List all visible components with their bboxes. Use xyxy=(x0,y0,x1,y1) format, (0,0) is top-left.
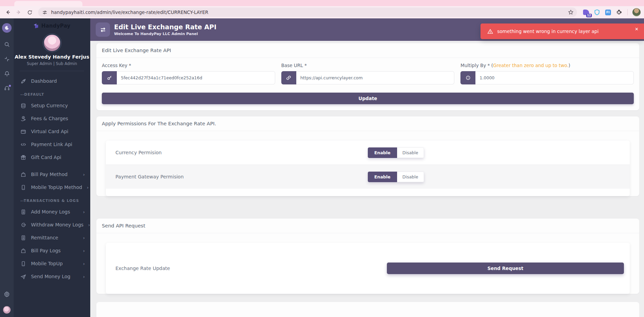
warning-triangle-icon xyxy=(487,29,493,34)
sidebar-item-label: Mobile TopUp Method xyxy=(31,185,82,190)
url-input[interactable] xyxy=(51,10,565,15)
sidebar-item-label: Bill Pay Method xyxy=(31,172,78,177)
reload-icon xyxy=(27,10,32,15)
payment-gateway-permission-toggle: Enable Disable xyxy=(368,172,424,182)
chevron-right-icon: › xyxy=(83,209,85,215)
enable-button[interactable]: Enable xyxy=(368,147,397,158)
update-button[interactable]: Update xyxy=(102,93,634,104)
sidebar-item-mobile-topup-method[interactable]: Mobile TopUp Method › xyxy=(14,181,90,194)
bookmark-star-icon[interactable] xyxy=(568,10,574,15)
user-avatar[interactable] xyxy=(43,34,61,52)
card-title: Edit Live Exchange Rate API xyxy=(96,43,639,58)
toast-close-icon[interactable]: ✕ xyxy=(635,27,639,32)
forward-arrow-icon xyxy=(16,10,21,15)
sidebar-item-fees-charges[interactable]: Fees & Charges xyxy=(14,112,90,125)
user-role: Super Admin | Sub Admin xyxy=(14,61,90,66)
permission-label: Currency Permision xyxy=(106,150,368,155)
rail-profile-avatar[interactable] xyxy=(3,306,11,314)
sidebar: HandyPay Alex Stevedy Handy Ferjus Super… xyxy=(14,18,90,317)
multiply-by-hint: Greater than zero and up to two. xyxy=(493,63,569,68)
sidebar-item-remittance[interactable]: Remittance › xyxy=(14,231,90,244)
permission-row-currency: Currency Permision Enable Disable xyxy=(106,141,630,164)
calculator-icon xyxy=(20,235,26,241)
divider xyxy=(96,131,639,131)
chevron-right-icon: › xyxy=(83,235,85,240)
tab-strip xyxy=(0,0,644,6)
toast-message: something went wrong in currency layer a… xyxy=(493,29,635,34)
permission-label: Payment Gateway Permision xyxy=(106,174,368,179)
base-url-group: Base URL * xyxy=(281,63,455,84)
send-request-inner-card: Exchange Rate Update Send Request xyxy=(106,243,630,294)
phone-icon xyxy=(20,185,26,190)
collapse-sidebar-icon[interactable] xyxy=(4,56,10,62)
send-request-row: Exchange Rate Update Send Request xyxy=(106,243,630,294)
search-icon[interactable] xyxy=(4,42,10,47)
sidebar-item-label: Remittance xyxy=(31,235,78,240)
sidebar-item-setup-currency[interactable]: Setup Currency xyxy=(14,99,90,112)
sidebar-item-add-money-logs[interactable]: Add Money Logs › xyxy=(14,205,90,218)
sidebar-item-label: Virtual Card Api xyxy=(31,129,85,134)
access-key-field[interactable] xyxy=(117,71,275,84)
sidebar-item-withdraw-money-logs[interactable]: Withdraw Money Logs › xyxy=(14,218,90,231)
sidebar-item-send-money-log[interactable]: Send Money Log › xyxy=(14,270,90,283)
sidebar-item-gift-card-api[interactable]: Gift Card Api xyxy=(14,151,90,164)
extensions-puzzle-icon[interactable] xyxy=(615,9,623,16)
sidebar-section-default: --DEFAULT xyxy=(14,88,90,99)
notifications-bell-icon[interactable] xyxy=(4,71,10,77)
site-settings-icon[interactable] xyxy=(41,9,48,16)
sidebar-item-virtual-card-api[interactable]: Virtual Card Api xyxy=(14,125,90,138)
reload-button[interactable] xyxy=(25,8,34,17)
logo[interactable]: HandyPay xyxy=(14,18,90,31)
disable-button[interactable]: Disable xyxy=(397,172,424,182)
toolbar-divider xyxy=(627,9,628,15)
support-headset-icon[interactable] xyxy=(4,85,10,91)
page-subtitle: Welcome To HandyPay LLC Admin Panel xyxy=(114,32,217,36)
extension-adblock-icon[interactable]: 12 xyxy=(582,9,590,16)
sidebar-section-transactions: --TRANSACTIONS & LOGS xyxy=(14,194,90,205)
settings-gear-icon[interactable] xyxy=(4,291,10,297)
shopping-bag-icon xyxy=(20,248,26,254)
extension-badge: 12 xyxy=(586,14,592,17)
icon-rail xyxy=(0,18,14,317)
divider xyxy=(96,233,639,233)
sidebar-item-mobile-topup[interactable]: Mobile TopUp › xyxy=(14,257,90,270)
dark-mode-toggle[interactable] xyxy=(2,23,12,33)
browser-chrome: 12 FI xyxy=(0,0,644,18)
multiply-by-group: Multiply By * (Greater than zero and up … xyxy=(460,63,634,84)
send-request-button[interactable]: Send Request xyxy=(387,263,624,274)
omnibox[interactable] xyxy=(38,7,577,17)
sidebar-item-bill-pay-logs[interactable]: Bill Pay Logs › xyxy=(14,244,90,257)
sidebar-nav: Dashboard --DEFAULT Setup Currency Fees … xyxy=(14,73,90,283)
permissions-card: Apply Permissions For The Exchange Rate … xyxy=(96,116,639,196)
extension-fi-icon[interactable]: FI xyxy=(604,9,612,16)
exchange-arrows-icon xyxy=(96,22,110,37)
base-url-field[interactable] xyxy=(296,71,455,84)
sidebar-item-payment-link-api[interactable]: Payment Link Api xyxy=(14,138,90,151)
sidebar-divider xyxy=(20,71,84,71)
permissions-inner-card: Currency Permision Enable Disable Paymen… xyxy=(106,141,630,196)
coins-icon xyxy=(20,103,26,109)
sidebar-item-label: Add Money Logs xyxy=(31,209,78,215)
logo-text: HandyPay xyxy=(41,23,70,29)
back-button[interactable] xyxy=(3,8,12,17)
disable-button[interactable]: Disable xyxy=(397,147,424,158)
code-icon xyxy=(20,142,26,147)
edit-exchange-rate-card: Edit Live Exchange Rate API Access Key * xyxy=(96,43,639,110)
permission-row-payment-gateway: Payment Gateway Permision Enable Disable xyxy=(106,165,630,189)
key-icon xyxy=(102,71,117,84)
content-area: Edit Live Exchange Rate API Access Key * xyxy=(90,43,644,317)
enable-button[interactable]: Enable xyxy=(368,172,397,182)
browser-tab[interactable] xyxy=(14,1,82,6)
browser-profile-avatar[interactable] xyxy=(632,8,641,16)
sidebar-item-label: Withdraw Money Logs xyxy=(31,222,83,227)
sidebar-item-bill-pay-method[interactable]: Bill Pay Method › xyxy=(14,168,90,181)
browser-toolbar: 12 FI xyxy=(0,6,644,18)
info-icon xyxy=(460,71,475,84)
sidebar-item-dashboard[interactable]: Dashboard xyxy=(14,75,90,88)
forward-button[interactable] xyxy=(14,8,23,17)
multiply-by-field[interactable] xyxy=(475,71,634,84)
hand-dollar-icon xyxy=(20,116,26,122)
handypay-logo-icon xyxy=(33,23,40,29)
extension-shield-icon[interactable] xyxy=(593,9,601,16)
sidebar-item-label: Send Money Log xyxy=(31,274,78,279)
